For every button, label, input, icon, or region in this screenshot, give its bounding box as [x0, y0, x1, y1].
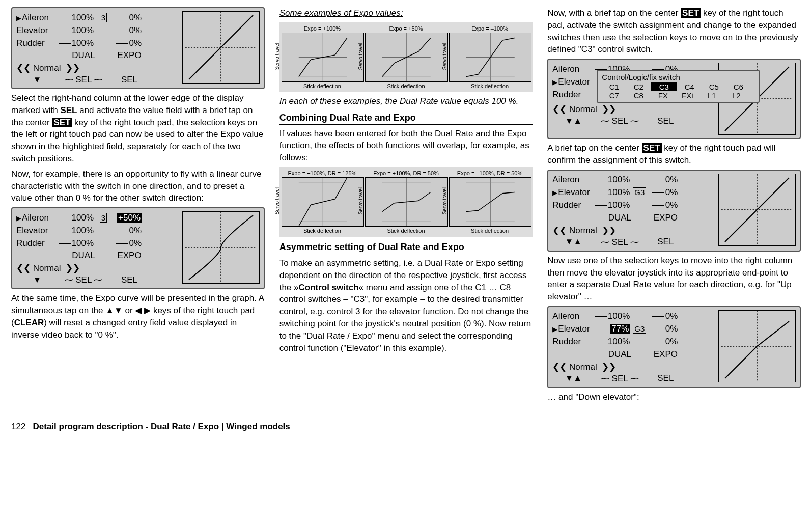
switch-option[interactable]: FX — [651, 91, 675, 100]
chart-row-1: Expo = +100%Servo travelStick deflection… — [279, 22, 533, 92]
chart-row-2: Expo = +100%, DR = 125%Servo travelStick… — [279, 167, 533, 237]
sel-row: ▼⁓ SEL ⁓SEL — [16, 274, 179, 285]
channel-label: Aileron — [552, 64, 594, 74]
channel-label: Rudder — [552, 337, 594, 347]
mini-chart: Expo = +50%Servo travelStick deflection — [365, 25, 447, 89]
switch-option[interactable]: FXi — [675, 91, 699, 100]
para-c3-1: Now, with a brief tap on the center SET … — [547, 7, 801, 56]
table-row: Rudder100%0% — [16, 237, 179, 250]
mini-chart: Expo = –100%Servo travelStick deflection — [449, 25, 531, 89]
expo-value: 0% — [647, 324, 678, 334]
expo-value: 0% — [647, 187, 678, 198]
heading-combining: Combining Dual Rate and Expo — [279, 113, 533, 125]
switch-option[interactable]: C2 — [626, 82, 651, 91]
dual-value: 100% — [58, 213, 96, 223]
table-row: Rudder100%0% — [552, 336, 715, 348]
channel-label: Elevator — [16, 226, 58, 236]
phase-row: ❮❮ Normal ❯❯ — [552, 104, 715, 115]
x-axis-label: Stick deflection — [449, 83, 531, 89]
column-2: Some examples of Expo values: Expo = +10… — [272, 4, 541, 406]
set-key: SET — [681, 8, 701, 18]
graph-linear — [182, 11, 260, 84]
graph-expo — [182, 211, 260, 284]
table-row: Aileron100%0% — [552, 310, 715, 323]
para-c3-4: … and "Down elevator": — [547, 391, 801, 403]
y-axis-label: Servo travel — [274, 43, 280, 70]
para-3: At the same time, the Expo curve will be… — [11, 292, 265, 341]
expo-value: 0% — [111, 226, 142, 236]
switch-option[interactable]: C1 — [602, 82, 626, 91]
graph-linear — [718, 174, 796, 246]
lcd-fig-3: Aileron100%0%ElevatorRudder❮❮ Normal ❯❯▼… — [547, 59, 801, 139]
channel-label: Elevator — [552, 77, 594, 87]
channel-label: Elevator — [552, 187, 594, 198]
expo-value: +50% — [111, 213, 142, 223]
dual-value: 100% — [58, 238, 96, 249]
heading-examples: Some examples of Expo values: — [279, 7, 533, 19]
x-axis-label: Stick deflection — [449, 228, 531, 234]
mini-chart: Expo = +100%Servo travelStick deflection — [282, 25, 363, 89]
dual-value: 100% — [58, 25, 96, 36]
table-row: Aileron100%30% — [16, 11, 179, 24]
expo-value: 0% — [111, 13, 142, 23]
phase-row: ❮❮ Normal ❯❯ — [552, 225, 715, 236]
chart-title: Expo = +100%, DR = 125% — [282, 170, 363, 176]
chart-title: Expo = +100% — [282, 25, 363, 32]
page-footer: 122 Detail program description - Dual Ra… — [4, 422, 808, 432]
set-key: SET — [52, 118, 72, 127]
switch-option[interactable]: C4 — [677, 82, 702, 91]
switch-option[interactable]: C3 — [651, 82, 677, 91]
popup-title: Control/Logic/fix switch — [602, 73, 754, 81]
channel-label: Rudder — [552, 200, 594, 210]
dual-value: 100% — [594, 200, 632, 210]
x-axis-label: Stick deflection — [282, 228, 363, 234]
sel-row: ▼▲⁓ SEL ⁓SEL — [552, 237, 715, 247]
switch-value: G3 — [632, 324, 647, 334]
mini-chart: Expo = +100%, DR = 125%Servo travelStick… — [282, 170, 363, 234]
channel-label: Rudder — [16, 238, 58, 249]
dual-value: 77% — [594, 324, 632, 334]
graph-dr — [718, 310, 796, 382]
column-1: Aileron100%30%Elevator100%0%Rudder100%0%… — [4, 4, 272, 406]
header-row: DUALEXPO — [16, 251, 179, 261]
switch-option[interactable]: L2 — [724, 91, 748, 100]
para-1: Select the right-hand column at the lowe… — [11, 92, 265, 165]
channel-label: Elevator — [552, 324, 594, 334]
expo-value: 0% — [647, 200, 678, 210]
expo-value: 0% — [647, 337, 678, 347]
chart-title: Expo = –100%, DR = 50% — [449, 170, 531, 176]
switch-option[interactable]: C7 — [602, 91, 626, 100]
sel-row: ▼⁓ SEL ⁓SEL — [16, 74, 179, 85]
expo-value: 0% — [111, 238, 142, 249]
page-number: 122 — [11, 422, 25, 431]
sel-row: ▼▲⁓ SEL ⁓SEL — [552, 116, 715, 126]
column-3: Now, with a brief tap on the center SET … — [540, 4, 808, 406]
channel-label: Aileron — [16, 13, 58, 23]
y-axis-label: Servo travel — [442, 43, 447, 70]
switch-value: 3 — [96, 213, 111, 223]
x-axis-label: Stick deflection — [365, 228, 447, 234]
lcd-fig-4: Aileron100%0%Elevator100%G30%Rudder100%0… — [547, 170, 801, 252]
switch-option[interactable]: L1 — [699, 91, 724, 100]
phase-row: ❮❮ Normal ❯❯ — [552, 362, 715, 372]
dual-value: 100% — [58, 226, 96, 236]
expo-value: 0% — [111, 38, 142, 48]
chart-title: Expo = +50% — [365, 25, 447, 32]
chart-caption-1: In each of these examples, the Dual Rate… — [279, 95, 533, 107]
sel-row: ▼▲⁓ SEL ⁓SEL — [552, 373, 715, 384]
switch-option[interactable]: C8 — [626, 91, 651, 100]
table-row: Elevator77%G30% — [552, 323, 715, 336]
para-c3-2: A brief tap on the center SET key of the… — [547, 142, 801, 167]
x-axis-label: Stick deflection — [365, 83, 447, 89]
svg-line-37 — [725, 346, 757, 378]
channel-label: Aileron — [16, 213, 58, 223]
switch-value: 3 — [96, 13, 111, 23]
switch-option[interactable]: C5 — [702, 82, 726, 91]
mini-chart: Expo = –100%, DR = 50%Servo travelStick … — [449, 170, 531, 234]
channel-label: Rudder — [16, 38, 58, 48]
mini-chart: Expo = +100%, DR = 50%Servo travelStick … — [365, 170, 447, 234]
switch-option[interactable]: C6 — [726, 82, 750, 91]
phase-row: ❮❮ Normal ❯❯ — [16, 63, 179, 73]
table-row: Elevator100%G30% — [552, 186, 715, 199]
chart-title: Expo = +100%, DR = 50% — [365, 170, 447, 176]
